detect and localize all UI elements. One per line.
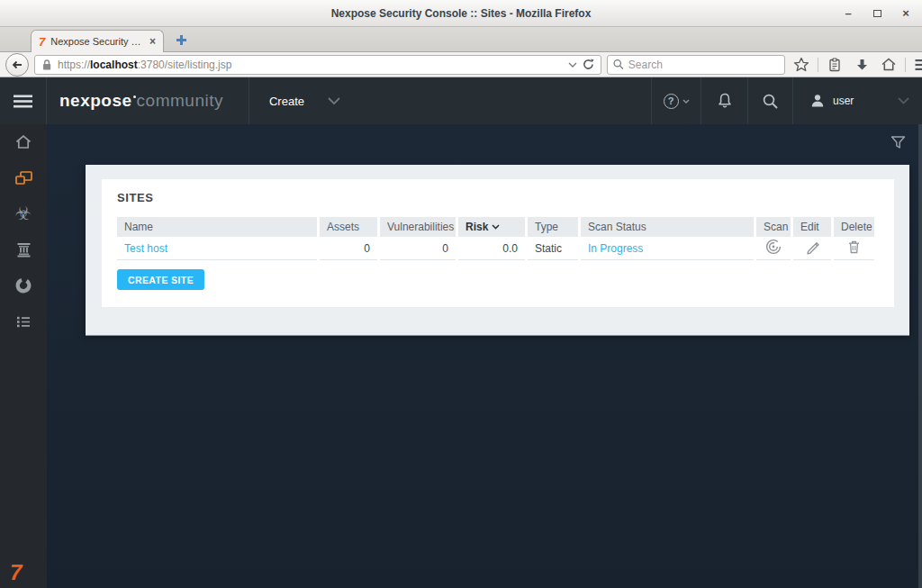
biohazard-icon: ☣	[15, 204, 32, 223]
assets-cell: 0	[320, 237, 377, 260]
column-pillar-icon	[15, 241, 32, 258]
minimize-icon[interactable]: –	[841, 6, 855, 21]
sidebar-item-administration[interactable]	[0, 311, 47, 332]
sidebar-item-home[interactable]	[0, 131, 47, 152]
bookmark-star-button[interactable]	[791, 54, 812, 76]
scan-status-cell: In Progress	[581, 237, 754, 260]
column-header-edit[interactable]: Edit	[793, 217, 831, 237]
toolbar-divider	[905, 58, 906, 72]
main-content: SITES Name Assets Vulnerabilities Risk	[47, 124, 922, 588]
scan-action-cell[interactable]	[756, 237, 791, 260]
app-search-button[interactable]	[747, 77, 792, 124]
sidebar-item-sites[interactable]	[0, 167, 47, 188]
create-site-button[interactable]: CREATE SITE	[117, 269, 204, 290]
sidebar-item-reports[interactable]	[0, 275, 47, 296]
search-input[interactable]	[628, 59, 779, 71]
user-menu[interactable]: user	[792, 77, 922, 124]
home-button[interactable]	[878, 54, 899, 76]
funnel-filter-icon	[890, 135, 906, 149]
column-header-risk[interactable]: Risk	[458, 217, 525, 237]
toolbar-divider	[818, 58, 818, 72]
list-icon	[15, 314, 32, 330]
scan-status-link[interactable]: In Progress	[588, 242, 643, 255]
window-controls: – ×	[841, 0, 913, 26]
edit-action-cell[interactable]	[793, 237, 831, 260]
window-titlebar: Nexpose Security Console :: Sites - Mozi…	[0, 0, 922, 27]
bookmarks-menu-button[interactable]	[824, 54, 845, 76]
page-body: ☣ 7	[0, 124, 922, 588]
download-arrow-icon	[854, 58, 870, 72]
site-name-link[interactable]: Test host	[124, 242, 167, 255]
filter-button[interactable]	[890, 135, 907, 151]
downloads-button[interactable]	[851, 54, 872, 76]
sort-descending-chevron-icon	[492, 224, 500, 230]
column-header-name[interactable]: Name	[117, 217, 317, 237]
sites-panel: SITES Name Assets Vulnerabilities Risk	[102, 179, 894, 307]
hamburger-icon	[14, 95, 32, 108]
scan-target-icon	[765, 239, 782, 255]
help-question-icon: ?	[664, 94, 679, 109]
sites-table: Name Assets Vulnerabilities Risk Type Sc…	[114, 217, 877, 260]
maximize-icon[interactable]	[870, 6, 884, 21]
url-scheme: https://	[58, 59, 90, 71]
help-menu-button[interactable]: ?	[651, 77, 701, 124]
header-spacer	[358, 77, 651, 124]
card-title: SITES	[117, 191, 883, 204]
bell-icon	[716, 92, 734, 110]
user-icon	[809, 93, 826, 109]
scrollbar[interactable]	[918, 124, 922, 588]
browser-menu-button[interactable]	[911, 54, 922, 76]
browser-search-box[interactable]	[607, 55, 785, 75]
sidebar-item-vulnerabilities[interactable]: ☣	[0, 203, 47, 224]
brand-edition: community	[137, 91, 223, 111]
notifications-button[interactable]	[701, 77, 747, 124]
window-title: Nexpose Security Console :: Sites - Mozi…	[331, 7, 592, 20]
app-header: nexposecommunity Create ? user	[0, 77, 922, 124]
column-header-scan-status[interactable]: Scan Status	[581, 217, 754, 237]
url-host: localhost	[90, 59, 138, 71]
brand-name: nexpose	[59, 91, 132, 111]
risk-cell: 0.0	[458, 237, 525, 260]
column-header-risk-label: Risk	[466, 221, 488, 233]
chevron-down-icon[interactable]	[898, 97, 909, 104]
delete-action-cell[interactable]	[834, 237, 874, 260]
brand-trademark-dot	[133, 95, 136, 98]
home-icon	[881, 57, 897, 72]
lock-icon	[41, 59, 52, 71]
column-header-assets[interactable]: Assets	[320, 217, 377, 237]
app-menu-button[interactable]	[0, 77, 47, 124]
browser-tab-active[interactable]: 7 Nexpose Security Co... ×	[31, 30, 164, 52]
reload-icon[interactable]	[583, 59, 594, 70]
sites-icon	[14, 169, 33, 186]
url-bar[interactable]: https://localhost:3780/site/listing.jsp	[34, 55, 601, 75]
brand-logo[interactable]: nexposecommunity	[47, 77, 249, 124]
rapid7-logo-icon: 7	[10, 562, 22, 583]
column-header-scan[interactable]: Scan	[756, 217, 791, 237]
tab-title: Nexpose Security Co...	[50, 36, 144, 47]
star-icon	[793, 57, 809, 73]
browser-toolbar: https://localhost:3780/site/listing.jsp	[0, 52, 922, 77]
column-header-delete[interactable]: Delete	[834, 217, 874, 237]
back-button[interactable]	[5, 53, 29, 77]
search-icon	[762, 93, 779, 110]
url-text[interactable]: https://localhost:3780/site/listing.jsp	[58, 59, 563, 71]
table-header-row: Name Assets Vulnerabilities Risk Type Sc…	[117, 217, 874, 237]
url-dropdown-chevron-icon[interactable]	[568, 62, 577, 68]
close-icon[interactable]: ×	[899, 6, 913, 21]
url-path: :3780/site/listing.jsp	[138, 59, 232, 71]
back-arrow-icon	[11, 59, 23, 71]
table-row: Test host 0 0 0.0 Static In Progress	[117, 237, 874, 260]
column-header-vulnerabilities[interactable]: Vulnerabilities	[380, 217, 456, 237]
tab-close-icon[interactable]: ×	[149, 36, 156, 47]
create-menu[interactable]: Create	[249, 77, 358, 124]
plus-icon	[176, 34, 187, 46]
vulnerabilities-cell: 0	[380, 237, 456, 260]
clipboard-icon	[827, 58, 842, 72]
type-cell: Static	[528, 237, 578, 260]
column-header-type[interactable]: Type	[528, 217, 578, 237]
maximize-box	[873, 10, 881, 17]
sidebar-item-policies[interactable]	[0, 239, 47, 260]
new-tab-button[interactable]	[173, 32, 189, 47]
create-menu-label: Create	[269, 95, 304, 108]
browser-tabbar: 7 Nexpose Security Co... ×	[0, 27, 922, 52]
